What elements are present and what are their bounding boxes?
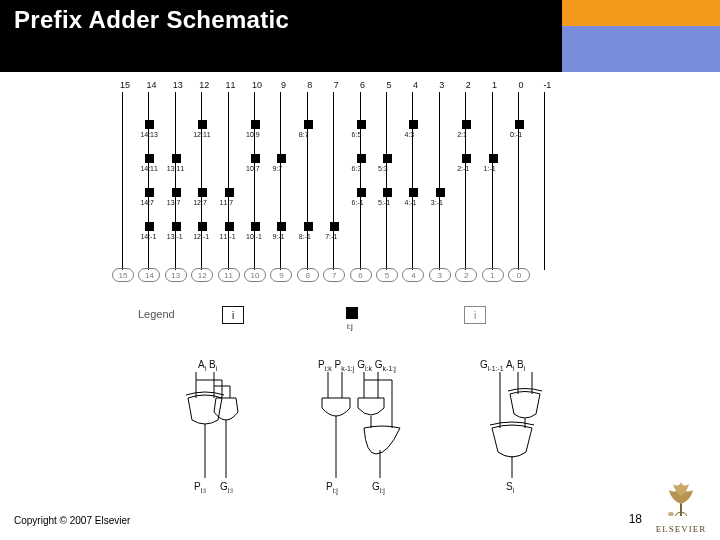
column-wire (122, 92, 123, 270)
prefix-cell-label: 4:-1 (404, 199, 416, 206)
prefix-cell-icon (225, 222, 234, 231)
legend-black-cell-icon (346, 307, 358, 319)
prefix-cell-icon (357, 188, 366, 197)
prefix-cell-label: 2:1 (457, 131, 467, 138)
prefix-cell-icon (304, 120, 313, 129)
column-wire (201, 92, 202, 270)
column-label: 7 (325, 80, 347, 90)
prefix-cell-label: 10:9 (246, 131, 260, 138)
column-wire (333, 92, 334, 270)
prefix-cell-icon (462, 120, 471, 129)
prefix-cell-label: 14:11 (140, 165, 158, 172)
prefix-cell-icon (383, 188, 392, 197)
output-node-label: 0 (517, 271, 521, 280)
prefix-cell-icon (357, 154, 366, 163)
legend-input-box: i (222, 306, 244, 324)
column-label: 10 (246, 80, 268, 90)
prefix-cell-label: 3:-1 (431, 199, 443, 206)
output-node: 11 (218, 268, 240, 282)
output-node-label: 13 (171, 271, 180, 280)
output-node: 2 (455, 268, 477, 282)
column-wire (148, 92, 149, 270)
prefix-cell-icon (145, 222, 154, 231)
prefix-cell-icon (436, 188, 445, 197)
prefix-cell-label: 13:7 (167, 199, 181, 206)
prefix-cell-label: 14:7 (140, 199, 154, 206)
prefix-cell-label: 7:-1 (325, 233, 337, 240)
prefix-cell-icon (462, 154, 471, 163)
column-wire (280, 92, 281, 270)
output-node-label: 9 (279, 271, 283, 280)
gate1-p-label: Pi:i (194, 481, 206, 494)
prefix-cell-label: 2:-1 (457, 165, 469, 172)
prefix-cell-icon (145, 188, 154, 197)
output-node-label: 3 (438, 271, 442, 280)
prefix-cell-label: 8:7 (299, 131, 309, 138)
column-label: 13 (167, 80, 189, 90)
prefix-cell-label: 14:13 (140, 131, 158, 138)
title-header: Prefix Adder Schematic (0, 0, 720, 72)
output-node: 10 (244, 268, 266, 282)
prefix-cell-icon (251, 120, 260, 129)
prefix-cell-icon (172, 188, 181, 197)
prefix-cell-label: 6:5 (352, 131, 362, 138)
prefix-cell-icon (145, 120, 154, 129)
column-wire (254, 92, 255, 270)
elsevier-tree-icon (657, 476, 705, 518)
output-node-label: 15 (119, 271, 128, 280)
column-label: 1 (484, 80, 506, 90)
prefix-cell-icon (330, 222, 339, 231)
prefix-cell-label: 14:-1 (140, 233, 156, 240)
column-label: 15 (114, 80, 136, 90)
output-node: 0 (508, 268, 530, 282)
publisher-brand: ELSEVIER (650, 524, 712, 534)
output-node-label: 14 (145, 271, 154, 280)
output-node: 15 (112, 268, 134, 282)
output-node: 3 (429, 268, 451, 282)
column-label: 0 (510, 80, 532, 90)
prefix-cell-label: 13:11 (167, 165, 185, 172)
page-number: 18 (629, 512, 642, 526)
column-wire (386, 92, 387, 270)
prefix-cell-label: 5:3 (378, 165, 388, 172)
output-node-label: 6 (358, 271, 362, 280)
output-node-label: 8 (306, 271, 310, 280)
prefix-cell-icon (383, 154, 392, 163)
output-node: 4 (402, 268, 424, 282)
output-node: 14 (138, 268, 160, 282)
column-label: 5 (378, 80, 400, 90)
column-label: 12 (193, 80, 215, 90)
column-label: 4 (404, 80, 426, 90)
output-node-label: 2 (464, 271, 468, 280)
prefix-cell-icon (277, 154, 286, 163)
prefix-cell-label: 10:7 (246, 165, 260, 172)
header-orange-accent (562, 0, 720, 26)
gate2-g-label: Gi:j (372, 481, 385, 495)
column-label: 11 (220, 80, 242, 90)
column-wire (439, 92, 440, 270)
column-label: 14 (140, 80, 162, 90)
prefix-cell-label: 9:-1 (272, 233, 284, 240)
prefix-cell-label: 10:-1 (246, 233, 262, 240)
gate3-s-label: Si (506, 481, 515, 494)
output-node-label: 4 (411, 271, 415, 280)
column-wire (412, 92, 413, 270)
prefix-cell-label: 4:3 (404, 131, 414, 138)
gate-schematics: Ai Bi Pi:i Gi:i Pi:k Pk-1:j Gi:k Gk-1:j … (160, 358, 580, 498)
column-wire (228, 92, 229, 270)
column-label: 2 (457, 80, 479, 90)
column-label: 6 (352, 80, 374, 90)
column-label: -1 (536, 80, 558, 90)
output-node-label: 7 (332, 271, 336, 280)
output-node-label: 1 (490, 271, 494, 280)
output-node: 12 (191, 268, 213, 282)
column-label: 8 (299, 80, 321, 90)
column-wire (307, 92, 308, 270)
output-node: 13 (165, 268, 187, 282)
gate3-input-label: Gi-1:-1 Ai Bi (480, 359, 526, 372)
gate1-input-label: Ai Bi (198, 359, 218, 372)
output-node-label: 10 (251, 271, 260, 280)
gate2-input-label: Pi:k Pk-1:j Gi:k Gk-1:j (318, 359, 396, 373)
column-label: 3 (431, 80, 453, 90)
output-node: 7 (323, 268, 345, 282)
